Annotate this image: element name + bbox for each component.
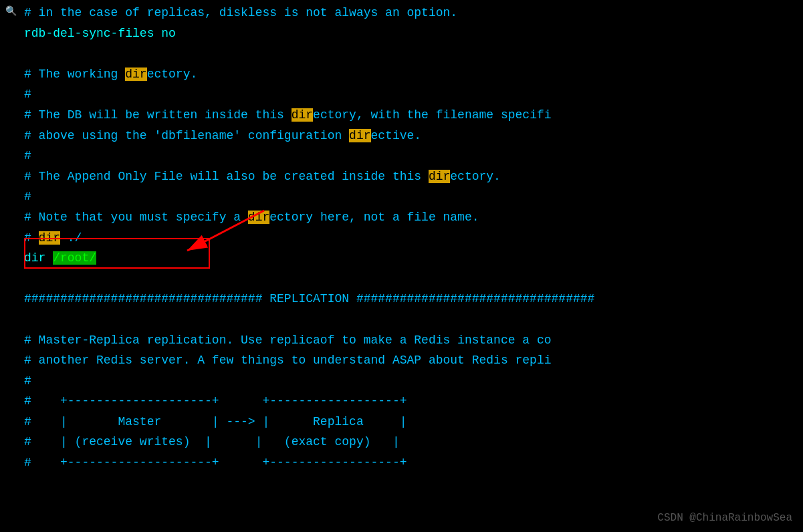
code-line-19: # bbox=[24, 371, 798, 392]
code-line-21: # | Master | ---> | Replica | bbox=[24, 412, 798, 432]
red-arrow bbox=[134, 197, 267, 277]
code-line-1: # in the case of replicas, diskless is n… bbox=[24, 3, 798, 23]
svg-line-1 bbox=[187, 211, 264, 251]
code-line-22: # | (receive writes) | | (exact copy) | bbox=[24, 432, 798, 452]
code-line-2: rdb-del-sync-files no bbox=[24, 23, 798, 44]
code-line-18: # another Redis server. A few things to … bbox=[24, 350, 798, 371]
code-line-6: # The DB will be written inside this dir… bbox=[24, 105, 798, 126]
code-line-17: # Master-Replica replication. Use replic… bbox=[24, 330, 798, 351]
code-line-20: # +--------------------+ +--------------… bbox=[24, 391, 798, 412]
code-line-4: # The working directory. bbox=[24, 64, 798, 85]
code-area: # in the case of replicas, diskless is n… bbox=[0, 0, 803, 479]
watermark: CSDN @ChinaRainbowSea bbox=[657, 512, 792, 524]
code-line-5: # bbox=[24, 84, 798, 105]
code-line-23: # +--------------------+ +--------------… bbox=[24, 452, 798, 473]
code-line-16 bbox=[24, 309, 798, 330]
code-line-8: # bbox=[24, 146, 798, 166]
code-line-7: # above using the 'dbfilename' configura… bbox=[24, 126, 798, 146]
code-line-3 bbox=[24, 43, 798, 64]
code-line-9: # The Append Only File will also be crea… bbox=[24, 166, 798, 187]
code-line-15: ################################# REPLIC… bbox=[24, 289, 798, 309]
